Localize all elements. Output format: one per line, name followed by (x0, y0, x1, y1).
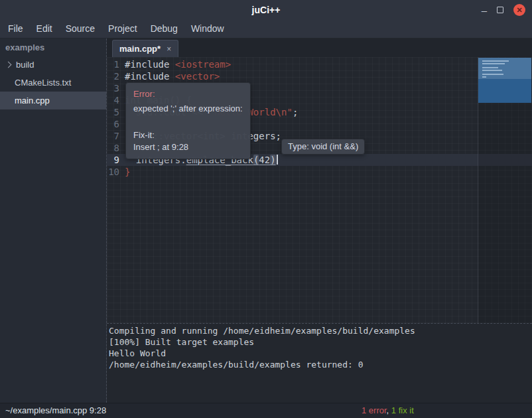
fixit-title: Fix-it: (133, 129, 243, 141)
titlebar[interactable]: juCi++ – ✕ (0, 0, 532, 20)
close-icon[interactable]: ✕ (513, 4, 525, 16)
status-diagnostics: 1 error, 1 fix it (362, 403, 414, 418)
terminal-output[interactable]: Compiling and running /home/eidheim/exam… (107, 323, 532, 403)
app-window: juCi++ – ✕ FileEditSourceProjectDebugWin… (0, 0, 532, 418)
tab-close-icon[interactable]: × (166, 44, 171, 54)
sidebar-item-label: build (16, 60, 34, 70)
file-tree: buildCMakeLists.txtmain.cpp (0, 56, 106, 109)
code-editor[interactable]: 1#include <iostream>2#include <vector>34… (107, 57, 532, 323)
editor-line[interactable]: 2#include <vector> (107, 70, 532, 82)
statusbar: ~/examples/main.cpp 9:28 1 error, 1 fix … (0, 403, 532, 418)
menu-item-project[interactable]: Project (101, 20, 144, 38)
sidebar-item-main-cpp[interactable]: main.cpp (0, 92, 106, 109)
menu-item-edit[interactable]: Edit (30, 20, 59, 38)
error-tooltip: Error: expected ';' after expression: Fi… (125, 82, 251, 159)
terminal-line: Hello World (109, 348, 532, 359)
line-number: 2 (107, 70, 125, 82)
line-number: 5 (107, 106, 125, 118)
error-tooltip-message: expected ';' after expression: (133, 103, 243, 115)
code-text: #include <iostream> (125, 58, 231, 70)
minimize-icon[interactable]: – (482, 5, 487, 15)
status-file-position: ~/examples/main.cpp 9:28 (5, 403, 106, 418)
sidebar-item-build[interactable]: build (0, 56, 106, 74)
menu-item-source[interactable]: Source (59, 20, 101, 38)
sidebar-item-cmakelists-txt[interactable]: CMakeLists.txt (0, 74, 106, 92)
line-number: 6 (107, 118, 125, 130)
chevron-right-icon[interactable] (5, 62, 12, 68)
terminal-line: [100%] Built target examples (109, 336, 532, 348)
main-body: examples buildCMakeLists.txtmain.cpp mai… (0, 38, 532, 403)
menu-item-window[interactable]: Window (184, 20, 231, 38)
minimap[interactable] (478, 58, 531, 103)
window-controls: – ✕ (482, 0, 525, 20)
tabbar: main.cpp* × (107, 38, 532, 57)
line-number: 1 (107, 58, 125, 70)
menubar: FileEditSourceProjectDebugWindow (0, 20, 532, 38)
line-number: 7 (107, 130, 125, 142)
sidebar-item-label: main.cpp (15, 96, 50, 105)
tab-label: main.cpp* (119, 44, 161, 54)
tab-main-cpp[interactable]: main.cpp* × (112, 40, 178, 57)
terminal-line: Compiling and running /home/eidheim/exam… (109, 325, 532, 336)
line-number: 4 (107, 94, 125, 106)
line-number: 9 (107, 154, 125, 166)
sidebar-item-label: CMakeLists.txt (15, 78, 71, 88)
editor-line[interactable]: 1#include <iostream> (107, 58, 532, 70)
window-title: juCi++ (252, 5, 281, 15)
maximize-icon[interactable] (497, 7, 503, 13)
fixit-text: Insert ; at 9:28 (133, 141, 243, 153)
line-number: 3 (107, 82, 125, 94)
file-tree-panel: examples buildCMakeLists.txtmain.cpp (0, 38, 106, 403)
editor-line[interactable]: 10} (107, 166, 532, 178)
project-folder-header[interactable]: examples (0, 38, 106, 56)
line-number: 10 (107, 166, 125, 178)
code-text: #include <vector> (125, 70, 220, 82)
terminal-line: /home/eidheim/examples/build/examples re… (109, 359, 532, 370)
status-separator: , (387, 405, 391, 415)
type-tooltip: Type: void (int &&) (281, 139, 365, 155)
code-text: } (125, 166, 130, 178)
status-fixit-count: 1 fix it (391, 405, 414, 415)
editor-column: main.cpp* × 1#include <iostream>2#includ… (106, 38, 532, 403)
status-error-count: 1 error (362, 405, 387, 415)
menu-item-debug[interactable]: Debug (144, 20, 184, 38)
menu-item-file[interactable]: File (1, 20, 30, 38)
error-tooltip-title: Error: (133, 88, 243, 100)
line-number: 8 (107, 142, 125, 154)
